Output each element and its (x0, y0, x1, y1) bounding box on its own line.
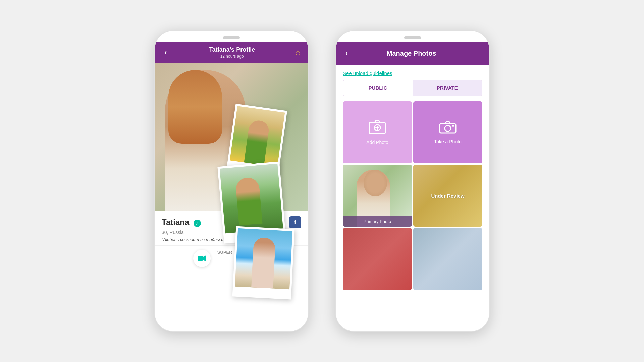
add-photo-svg (368, 120, 387, 135)
bottom-photo-cell-2[interactable] (413, 228, 482, 290)
tabs-row: PUBLIC PRIVATE (343, 80, 482, 96)
photo1-bg (230, 106, 285, 167)
take-photo-cell[interactable]: Take a Photo (413, 101, 482, 163)
profile-subtitle: 12 hours ago (169, 54, 294, 59)
right-phone: ‹ Manage Photos See upload guidelines PU… (335, 30, 490, 332)
bottom-photo-cell-1[interactable] (343, 228, 412, 290)
svg-point-12 (445, 125, 451, 131)
phone-speaker-left (223, 36, 240, 39)
camera-svg (439, 120, 457, 134)
verified-badge: ✓ (194, 220, 201, 227)
profile-title: Tatiana's Profile (169, 46, 294, 53)
phone-speaker-right (404, 36, 421, 39)
photo2-bg (220, 164, 283, 233)
svg-rect-0 (198, 256, 203, 261)
profile-back-button[interactable]: ‹ (162, 47, 169, 58)
hair-overlay (168, 70, 222, 144)
video-icon (198, 255, 206, 262)
primary-photo-cell[interactable]: Primary Photo (343, 165, 412, 227)
photos-grid: Add Photo Take a Photo (336, 101, 489, 290)
phones-container: ‹ Tatiana's Profile 12 hours ago ☆ (154, 30, 490, 332)
profile-name: Tatiana (162, 218, 189, 227)
camera-icon (439, 120, 457, 136)
svg-point-13 (452, 125, 454, 127)
profile-photo-area (155, 63, 308, 211)
video-action-group (193, 250, 211, 267)
scattered-photo-3 (232, 226, 295, 300)
add-photo-cell[interactable]: Add Photo (343, 101, 412, 163)
profile-name-group: Tatiana ✓ (162, 218, 201, 227)
upload-guidelines-link[interactable]: See upload guidelines (336, 65, 489, 80)
take-photo-label: Take a Photo (434, 139, 462, 144)
profile-header-center: Tatiana's Profile 12 hours ago (169, 46, 294, 59)
favorite-star-button[interactable]: ☆ (294, 48, 301, 57)
tab-private[interactable]: PRIVATE (413, 80, 482, 96)
scattered-photos (224, 107, 308, 315)
add-photo-label: Add Photo (366, 140, 388, 145)
video-call-button[interactable] (193, 250, 211, 267)
primary-photo-label: Primary Photo (343, 216, 412, 227)
svg-marker-1 (203, 255, 206, 261)
photo3-bg (235, 228, 292, 289)
under-review-label: Under Review (431, 193, 464, 198)
manage-header: ‹ Manage Photos (336, 42, 489, 65)
left-phone-screen: ‹ Tatiana's Profile 12 hours ago ☆ (155, 42, 308, 325)
tab-public[interactable]: PUBLIC (343, 80, 413, 96)
add-photo-icon (368, 120, 387, 136)
manage-back-button[interactable]: ‹ (343, 48, 351, 59)
right-phone-screen: ‹ Manage Photos See upload guidelines PU… (336, 42, 489, 325)
left-phone: ‹ Tatiana's Profile 12 hours ago ☆ (154, 30, 309, 332)
under-review-cell[interactable]: Under Review (413, 165, 482, 227)
profile-header: ‹ Tatiana's Profile 12 hours ago ☆ (155, 42, 308, 63)
manage-title: Manage Photos (351, 50, 472, 57)
